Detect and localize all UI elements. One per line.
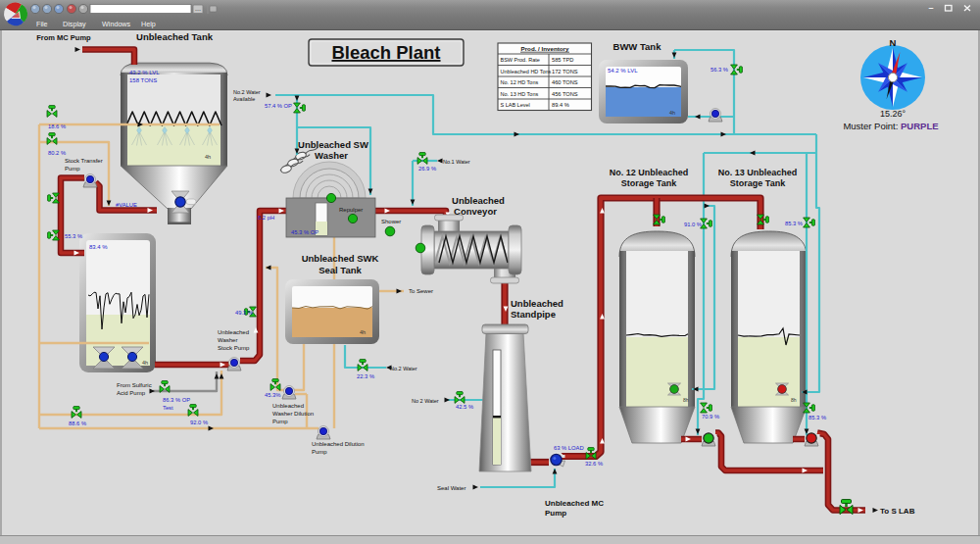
- svg-text:42.5 %: 42.5 %: [456, 404, 473, 410]
- svg-text:Prod. / Inventory: Prod. / Inventory: [521, 45, 569, 52]
- svg-text:63 % LOAD: 63 % LOAD: [554, 445, 584, 451]
- svg-text:...: ...: [195, 5, 201, 12]
- svg-text:92.0 %: 92.0 %: [190, 420, 208, 425]
- svg-text:49.3 %: 49.3 %: [235, 310, 253, 316]
- svg-text:From MC Pump: From MC Pump: [36, 33, 91, 42]
- svg-text:Unbleached HD Tons: Unbleached HD Tons: [501, 69, 552, 74]
- svg-text:No. 12 Unbleached: No. 12 Unbleached: [610, 168, 689, 177]
- svg-text:To Sewer: To Sewer: [409, 288, 433, 294]
- svg-text:Unbleached SWK: Unbleached SWK: [302, 253, 379, 264]
- svg-text:To S LAB: To S LAB: [880, 507, 915, 516]
- svg-text:S LAB Level: S LAB Level: [501, 102, 530, 108]
- svg-text:Display: Display: [63, 20, 86, 28]
- svg-text:8.2 pH: 8.2 pH: [258, 215, 274, 221]
- svg-text:57.4 % OP: 57.4 % OP: [265, 103, 292, 109]
- svg-text:4h: 4h: [142, 360, 148, 366]
- svg-text:85.3 %: 85.3 %: [808, 415, 826, 420]
- svg-text:File: File: [36, 20, 48, 28]
- svg-text:No. 13 HD Tons: No. 13 HD Tons: [501, 91, 539, 97]
- svg-text:Washer: Washer: [218, 337, 237, 343]
- svg-text:18.6 %: 18.6 %: [48, 124, 66, 129]
- svg-text:456 TONS: 456 TONS: [552, 91, 578, 97]
- svg-text:88.6 %: 88.6 %: [69, 420, 86, 426]
- svg-text:585 TPD: 585 TPD: [552, 57, 573, 63]
- svg-text:No. 13 Unbleached: No. 13 Unbleached: [718, 168, 798, 177]
- svg-text:Seal Water: Seal Water: [437, 485, 466, 491]
- svg-text:From Sulfuric: From Sulfuric: [117, 382, 152, 388]
- svg-text:Windows: Windows: [102, 20, 131, 28]
- svg-text:Shower: Shower: [381, 219, 401, 224]
- svg-text:86.3 % OP: 86.3 % OP: [163, 397, 190, 403]
- svg-text:4h: 4h: [669, 110, 675, 116]
- svg-text:54.2 % LVL: 54.2 % LVL: [608, 68, 638, 74]
- svg-text:22.3 %: 22.3 %: [357, 373, 374, 379]
- svg-text:Standpipe: Standpipe: [511, 309, 556, 320]
- svg-text:8h: 8h: [683, 397, 689, 403]
- svg-text:85.3 %: 85.3 %: [785, 221, 803, 226]
- svg-text:83.4 %: 83.4 %: [89, 244, 108, 250]
- svg-text:Unbleached: Unbleached: [218, 329, 249, 335]
- svg-text:BSW Prod. Rate: BSW Prod. Rate: [501, 57, 540, 63]
- svg-text:N: N: [890, 37, 897, 48]
- svg-text:Washer: Washer: [315, 150, 348, 161]
- svg-text:No. 12 HD Tons: No. 12 HD Tons: [501, 79, 539, 85]
- svg-text:4h: 4h: [205, 154, 211, 160]
- svg-text:Seal Tank: Seal Tank: [318, 265, 362, 275]
- svg-text:70.9 %: 70.9 %: [702, 414, 719, 420]
- svg-text:Available: Available: [233, 96, 255, 102]
- svg-text:Unbleached SW: Unbleached SW: [298, 139, 368, 150]
- svg-text:Pump: Pump: [272, 419, 288, 424]
- svg-text:Unbleached: Unbleached: [511, 298, 564, 309]
- svg-text:32.6 %: 32.6 %: [585, 461, 603, 467]
- svg-text:Unbleached: Unbleached: [272, 403, 304, 409]
- svg-text:#VALUE: #VALUE: [116, 202, 137, 208]
- svg-text:Test: Test: [163, 405, 173, 411]
- svg-text:15.26°: 15.26°: [880, 109, 906, 119]
- svg-text:Help: Help: [141, 20, 156, 28]
- svg-text:No.2 Water: No.2 Water: [233, 89, 261, 95]
- svg-text:Stock Pump: Stock Pump: [218, 345, 250, 351]
- svg-text:No.2 Water: No.2 Water: [390, 366, 417, 371]
- svg-text:Pump: Pump: [545, 509, 566, 518]
- svg-text:8h: 8h: [791, 397, 797, 403]
- svg-text:No 2 Water: No 2 Water: [412, 398, 439, 404]
- svg-text:Pump: Pump: [65, 166, 80, 172]
- svg-text:56.3 %: 56.3 %: [710, 67, 728, 73]
- svg-text:Pump: Pump: [312, 449, 327, 455]
- svg-text:172 TONS: 172 TONS: [552, 69, 578, 74]
- svg-text:Unbleached Dilution: Unbleached Dilution: [312, 441, 365, 447]
- svg-text:Unbleached: Unbleached: [452, 195, 505, 206]
- svg-text:Unbleached MC: Unbleached MC: [545, 499, 604, 508]
- svg-text:Stock Transfer: Stock Transfer: [65, 158, 103, 164]
- svg-text:80.2 %: 80.2 %: [48, 150, 66, 156]
- svg-text:Bleach Plant: Bleach Plant: [331, 42, 440, 63]
- svg-text:91.0 %: 91.0 %: [684, 222, 702, 227]
- svg-text:–: –: [928, 3, 933, 13]
- svg-text:Washer Dilution: Washer Dilution: [272, 411, 314, 417]
- svg-text:No.1 Water: No.1 Water: [443, 159, 470, 165]
- svg-text:BWW Tank: BWW Tank: [613, 41, 662, 52]
- svg-text:4h: 4h: [360, 329, 366, 335]
- svg-text:Storage Tank: Storage Tank: [730, 178, 786, 188]
- svg-text:43.2 % LVL: 43.2 % LVL: [129, 70, 160, 75]
- svg-text:55.3 %: 55.3 %: [65, 233, 82, 239]
- svg-text:Conveyor: Conveyor: [454, 206, 497, 217]
- svg-text:158 TONS: 158 TONS: [129, 77, 157, 83]
- svg-text:460 TONS: 460 TONS: [552, 79, 578, 85]
- svg-text:26.9 %: 26.9 %: [418, 166, 436, 172]
- svg-text:89.4 %: 89.4 %: [552, 102, 569, 108]
- svg-text:Acid Pump: Acid Pump: [117, 390, 146, 396]
- svg-text:Unbleached Tank: Unbleached Tank: [136, 31, 214, 42]
- svg-text:Storage Tank: Storage Tank: [621, 178, 677, 188]
- svg-text:Repulper: Repulper: [339, 207, 363, 213]
- svg-text:45.3%: 45.3%: [265, 392, 280, 398]
- svg-text:Muster Point: PURPLE: Muster Point: PURPLE: [843, 121, 938, 131]
- svg-text:45.3 % OP: 45.3 % OP: [291, 229, 318, 235]
